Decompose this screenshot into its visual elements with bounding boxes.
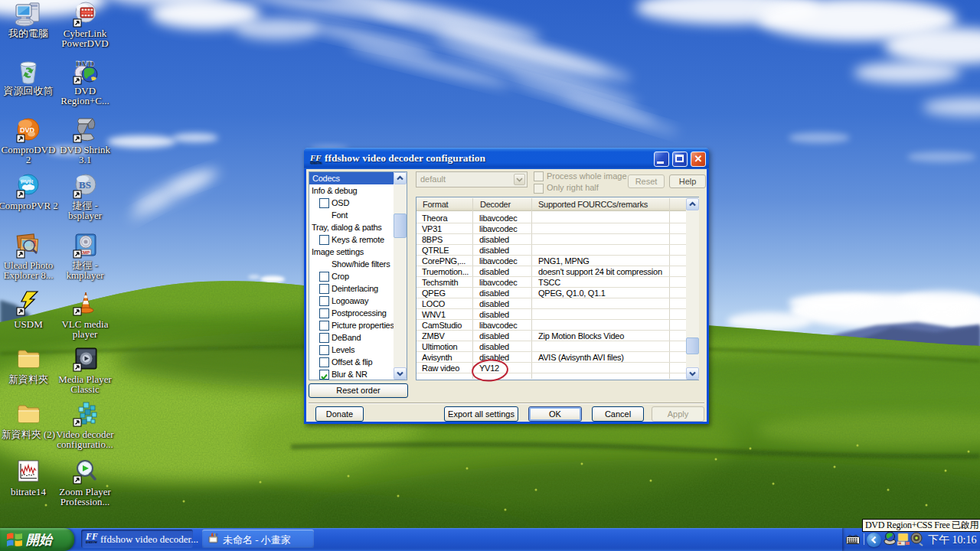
svg-text:PVR: PVR: [21, 178, 34, 185]
svg-text:BS: BS: [79, 179, 91, 191]
